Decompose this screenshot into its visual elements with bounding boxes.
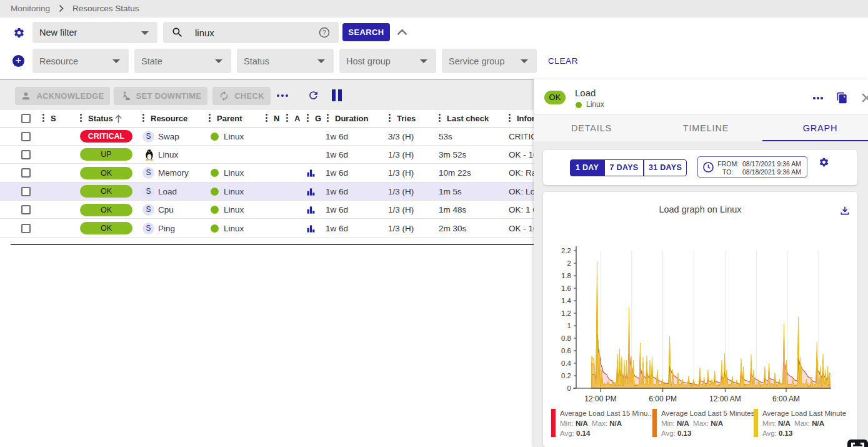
svg-text:0: 0 — [567, 384, 571, 392]
svg-text:0.4: 0.4 — [561, 359, 572, 367]
svg-text:2: 2 — [567, 259, 571, 267]
svg-text:0.8: 0.8 — [561, 334, 571, 342]
svg-text:1.8: 1.8 — [561, 272, 571, 279]
svg-text:?: ? — [322, 29, 326, 36]
svg-text:12:00 AM: 12:00 AM — [709, 394, 741, 403]
svg-text:0.2: 0.2 — [561, 372, 571, 379]
svg-text:12:00 PM: 12:00 PM — [584, 394, 616, 403]
svg-text:2.2: 2.2 — [561, 247, 571, 254]
svg-text:1.2: 1.2 — [561, 309, 571, 317]
svg-text:1.4: 1.4 — [561, 297, 572, 304]
svg-text:6:00 PM: 6:00 PM — [649, 394, 677, 403]
svg-text:1.6: 1.6 — [561, 284, 571, 292]
svg-text:1: 1 — [567, 322, 571, 329]
svg-text:0.6: 0.6 — [561, 347, 571, 354]
svg-text:6:00 AM: 6:00 AM — [772, 394, 800, 403]
